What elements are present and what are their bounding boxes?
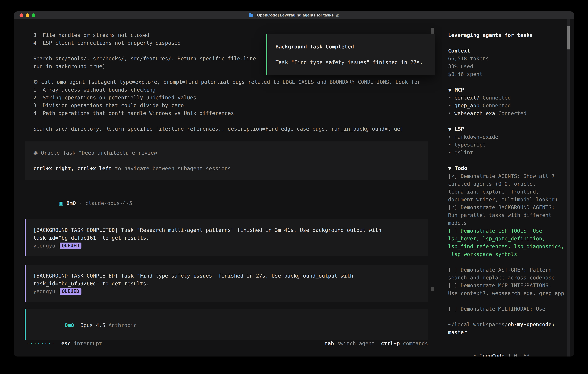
output-line [33,117,428,125]
oracle-title-line: ◉ Oracle Task "Deep architecture review" [33,149,419,157]
mcp-item: • websearch_exa Connected [448,109,566,117]
zoom-button[interactable] [32,13,35,17]
lsp-name: eslint [454,150,473,156]
message-text: [BACKGROUND TASK COMPLETED] Task "Resear… [33,226,419,234]
terminal-window: [OpenCode] Leveraging agents for tasks ◐… [14,11,574,356]
bullet-icon: • [473,353,479,356]
collapse-arrow-icon: ▼ [448,126,452,132]
spinner-dots: ········ [26,340,55,347]
desktop: { "titlebar": { "title": "[OpenCode] Lev… [0,0,588,374]
titlebar[interactable]: [OpenCode] Leveraging agents for tasks ◐ [14,11,574,19]
folder-icon [249,14,253,17]
output-line: Search src/ directory. Return specific f… [33,125,428,133]
toast-body: Task "Find type safety issues" finished … [275,58,427,66]
app-name-code: Code [492,353,504,356]
status-badge: QUEUED [60,288,82,295]
mcp-name: websearch_exa [454,110,495,116]
tab-key-label: switch agent [337,341,375,346]
bullet-icon: • [448,142,454,148]
oracle-task-panel: ◉ Oracle Task "Deep architecture review"… [25,141,428,180]
secondary-scrollbar-thumb[interactable] [431,287,434,291]
mcp-name: grep_app [454,103,479,108]
todo-section-toggle[interactable]: ▼ Todo [448,164,566,172]
author-label: yeongyu [33,242,55,250]
todo-item: [ ] Demonstrate LSP TOOLS: Use lsp_hover… [448,227,566,258]
separator-dot: · [76,200,85,206]
status-bar: ········ esc interrupt tab switch agent … [25,340,428,347]
output-line: 4. Path operations that don't handle Win… [33,109,428,117]
message-text: task_id="bg_dcfac161" to get results. [33,234,419,242]
context-tokens: 66,518 tokens [448,55,566,62]
lsp-item: • markdown-oxide [448,133,566,141]
lsp-name: typescript [454,142,486,148]
mcp-section: ▼ MCP • context7 Connected • grep_app Co… [448,86,566,117]
todo-item: [ ] Demonstrate MULTIMODAL: Use [448,305,566,313]
workspace-branch: master [448,328,566,336]
workspace-repo: oh-my-opencode: [508,322,555,327]
window-content: 3. File handles or streams not closed 4.… [14,19,574,356]
message-footer: yeongyu QUEUED [33,288,419,295]
esc-key-label: interrupt [74,340,102,347]
app-version-row: • OpenCode 1.0.163 [448,344,566,356]
mcp-item: • grep_app Connected [448,102,566,109]
mcp-item: • context7 Connected [448,94,566,102]
context-used: 33% used [448,62,566,70]
window-title: [OpenCode] Leveraging agents for tasks [255,13,334,18]
background-task-message: [BACKGROUND TASK COMPLETED] Task "Find t… [25,265,428,302]
todo-heading: Todo [452,165,467,171]
minimize-button[interactable] [26,13,29,17]
message-footer: yeongyu QUEUED [33,242,419,250]
bullet-icon: • [448,150,454,156]
lsp-item: • typescript [448,141,566,149]
status-badge: QUEUED [60,242,82,249]
lsp-section: ▼ LSP • markdown-oxide • typescript • es… [448,125,566,156]
tab-key-hint: tab [325,341,337,346]
lsp-heading: LSP [452,126,464,132]
author-label: yeongyu [33,288,55,295]
record-icon: ◉ [33,150,38,156]
agent-icon: ▣ [58,200,63,206]
status-bar-right: tab switch agent ctrl+p commands [325,340,428,347]
oracle-hint-line: ctrl+x right, ctrl+x left to navigate be… [33,165,419,172]
context-spent: $0.46 spent [448,70,566,78]
session-title: Leveraging agents for tasks [448,31,566,39]
toast-title: Background Task Completed [275,43,427,51]
bullet-icon: • [448,95,454,101]
prompt-input[interactable]: OmO Opus 4.5 Anthropic [25,309,428,340]
workspace-section: ~/local-workspaces/oh-my-opencode: maste… [448,321,566,336]
oracle-title: Oracle Task "Deep architecture review" [38,150,160,156]
shortcut-keys: ctrl+x right, ctrl+x left [33,166,112,171]
terminal-main-pane: 3. File handles or streams not closed 4.… [14,19,442,356]
commands-key-hint: ctrl+p [375,341,403,346]
input-provider-label: Anthropic [108,322,137,328]
toast-notification: Background Task Completed Task "Find typ… [266,34,435,75]
close-button[interactable] [20,13,23,17]
blank-line [33,157,419,165]
app-version: 1.0.163 [504,353,530,356]
tool-call-line: ⚙ call_omo_agent [subagent_type=explore,… [33,78,428,86]
todo-section: ▼ Todo [✓] Demonstrate AGENTS: Show all … [448,164,566,313]
commands-key-label: commands [403,341,428,346]
output-line: 1. Array access without bounds checking [33,86,428,94]
input-model-label: Opus 4.5 [74,322,108,328]
lsp-section-toggle[interactable]: ▼ LSP [448,125,566,133]
output-line: 3. Division operations that could divide… [33,102,428,109]
agent-header: ▣ OmO · claude-opus-4-5 [25,191,428,215]
mcp-status: Connected [495,110,526,116]
lsp-name: markdown-oxide [454,134,498,140]
mcp-section-toggle[interactable]: ▼ MCP [448,86,566,94]
esc-key-hint: esc [55,340,74,347]
context-section: Context 66,518 tokens 33% used $0.46 spe… [448,47,566,78]
todo-item: [ ] Demonstrate AST-GREP: Pattern search… [448,266,566,281]
activity-icon: ◐ [336,13,339,18]
input-meta-row: OmO Opus 4.5 Anthropic [33,313,419,337]
context-heading: Context [448,47,566,55]
gear-icon: ⚙ [33,79,38,85]
sidebar-scrollbar-track[interactable] [567,19,570,356]
sidebar-scrollbar-thumb[interactable] [567,26,570,50]
workspace-path-line: ~/local-workspaces/oh-my-opencode: [448,321,566,328]
sidebar: Leveraging agents for tasks Context 66,5… [442,19,574,356]
shortcut-description: to navigate between subagent sessions [112,166,231,171]
app-name-open: Open [480,353,492,356]
mcp-status: Connected [480,103,511,108]
